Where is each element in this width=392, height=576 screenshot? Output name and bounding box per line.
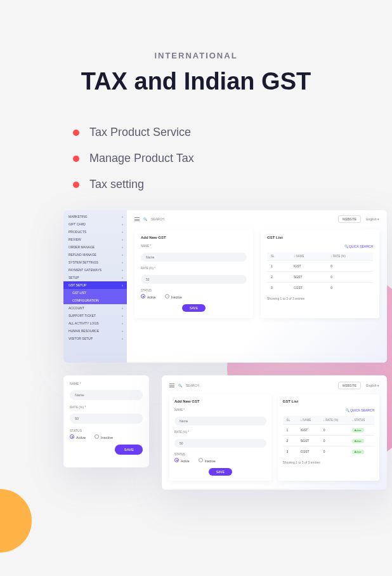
sidebar-item[interactable]: GIFT CARD› xyxy=(63,220,127,228)
menu-icon[interactable] xyxy=(169,384,174,387)
name-label: NAME * xyxy=(141,244,247,248)
col-rate[interactable]: ↓ RATE (%) xyxy=(327,252,373,261)
sidebar-item[interactable]: ORDER MANAGE› xyxy=(63,243,127,251)
feature-item: Tax Product Service xyxy=(73,126,360,139)
status-badge: Active xyxy=(352,439,364,443)
rate-input[interactable] xyxy=(141,275,247,284)
search-label[interactable]: SEARCH xyxy=(186,384,199,387)
save-button[interactable]: SAVE xyxy=(182,304,206,312)
sidebar-item[interactable]: ALL ACTIVITY LOGS› xyxy=(63,319,127,327)
radio-inactive[interactable]: Inactive xyxy=(199,458,216,463)
rate-label: RATE (%) * xyxy=(174,431,266,434)
sidebar-item[interactable]: ACCOUNT› xyxy=(63,304,127,312)
feature-item: Tax setting xyxy=(73,178,360,191)
radio-icon xyxy=(95,434,99,439)
radio-icon xyxy=(70,434,74,439)
chevron-icon: › xyxy=(122,238,123,241)
sidebar-item[interactable]: VISITOR SETUP› xyxy=(63,335,127,342)
feature-list: Tax Product Service Manage Product Tax T… xyxy=(32,126,360,191)
radio-active[interactable]: Active xyxy=(174,458,190,463)
rate-input[interactable] xyxy=(174,439,266,448)
col-rate[interactable]: ↓ RATE (%) xyxy=(320,416,348,425)
feature-item: Manage Product Tax xyxy=(73,152,360,165)
chevron-icon: › xyxy=(122,276,123,279)
status-badge: Active xyxy=(352,450,364,454)
table-row[interactable]: 1IGST0 xyxy=(267,261,373,272)
topbar: 🔍 SEARCH WEBSITE English ▾ xyxy=(169,382,379,389)
name-input[interactable] xyxy=(141,253,247,262)
table-row[interactable]: 3CGST0Active xyxy=(283,446,375,457)
radio-icon xyxy=(174,458,179,462)
gst-list-card: GST List 🔍 QUICK SEARCH SL ↓ NAME ↓ RATE… xyxy=(278,394,380,481)
col-name[interactable]: ↓ NAME xyxy=(297,416,320,425)
radio-active[interactable]: Active xyxy=(70,434,86,439)
name-input[interactable] xyxy=(70,390,143,400)
card-title: GST List xyxy=(283,399,375,403)
chevron-icon: › xyxy=(122,306,123,310)
bullet-icon xyxy=(73,156,79,162)
card-title: GST List xyxy=(267,236,373,239)
website-button[interactable]: WEBSITE xyxy=(338,382,362,389)
card-title: Add New GST xyxy=(174,399,266,403)
chevron-icon: › xyxy=(122,245,123,249)
name-input[interactable] xyxy=(174,417,266,425)
sidebar-subitem-gst-list[interactable]: GST LIST xyxy=(63,289,127,297)
feature-text: Tax Product Service xyxy=(89,126,191,139)
chevron-icon: › xyxy=(122,260,123,264)
table-row[interactable]: 2SGST0Active xyxy=(283,436,375,446)
sidebar-item-gst-setup[interactable]: GST SETUP› xyxy=(63,281,127,289)
sidebar-item[interactable]: REVIEW› xyxy=(63,236,127,243)
sidebar-item[interactable]: MARKETING› xyxy=(63,213,127,220)
gst-table: SL ↓ NAME ↓ RATE (%) 1IGST0 2SGST0 3CGST… xyxy=(267,252,373,293)
sidebar-item[interactable]: SETUP› xyxy=(63,274,127,281)
col-status[interactable]: ↓ STATUS xyxy=(348,416,374,425)
chevron-icon: › xyxy=(122,268,123,272)
showing-text: Showing 1 to 3 of 3 entries xyxy=(267,297,373,300)
sidebar-item[interactable]: HUMAN RESOURCE› xyxy=(63,327,127,335)
search-icon[interactable]: 🔍 xyxy=(143,217,147,221)
language-selector[interactable]: English ▾ xyxy=(366,217,379,221)
sidebar: MARKETING› GIFT CARD› PRODUCTS› REVIEW› … xyxy=(63,210,127,363)
col-sl[interactable]: SL xyxy=(267,252,290,261)
sidebar-item[interactable]: PRODUCTS› xyxy=(63,228,127,236)
chevron-icon: › xyxy=(122,222,123,226)
language-selector[interactable]: English ▾ xyxy=(366,384,379,387)
rate-label: RATE (%) * xyxy=(141,267,247,270)
headline: TAX and Indian GST xyxy=(32,68,360,95)
kicker: INTERNATIONAL xyxy=(32,51,360,60)
name-label: NAME * xyxy=(174,408,266,412)
website-button[interactable]: WEBSITE xyxy=(338,215,362,223)
radio-icon xyxy=(141,294,145,298)
col-sl[interactable]: SL xyxy=(283,416,297,425)
gst-list-card: GST List 🔍 QUICK SEARCH SL ↓ NAME ↓ RATE… xyxy=(261,229,379,318)
rate-input[interactable] xyxy=(70,413,143,424)
table-row[interactable]: 2SGST0 xyxy=(267,272,373,283)
chevron-icon: › xyxy=(122,215,123,218)
sidebar-item[interactable]: SUPPORT TICKET› xyxy=(63,312,127,319)
status-label: STATUS xyxy=(70,429,143,432)
col-name[interactable]: ↓ NAME xyxy=(290,252,327,261)
radio-active[interactable]: Active xyxy=(141,294,156,299)
screenshot-panel-secondary: 🔍 SEARCH WEBSITE English ▾ Add New GST N… xyxy=(162,375,387,490)
table-row[interactable]: 3CGST0 xyxy=(267,283,373,293)
quick-search-link[interactable]: 🔍 QUICK SEARCH xyxy=(267,244,373,248)
add-gst-card: Add New GST NAME * RATE (%) * STATUS Act… xyxy=(169,394,271,481)
feature-text: Tax setting xyxy=(89,178,144,191)
sidebar-item[interactable]: REFUND MANAGE› xyxy=(63,251,127,258)
status-badge: Active xyxy=(352,428,364,432)
menu-icon[interactable] xyxy=(134,217,140,221)
gst-table: SL ↓ NAME ↓ RATE (%) ↓ STATUS 1IGST0Acti… xyxy=(283,416,375,457)
showing-text: Showing 1 to 3 of 3 entries xyxy=(283,460,375,464)
chevron-icon: › xyxy=(122,321,123,325)
radio-inactive[interactable]: Inactive xyxy=(95,434,113,439)
table-row[interactable]: 1IGST0Active xyxy=(283,425,375,436)
radio-inactive[interactable]: Inactive xyxy=(165,294,182,299)
save-button[interactable]: SAVE xyxy=(115,445,143,455)
sidebar-item[interactable]: PAYMENT GATEWAYS› xyxy=(63,266,127,274)
quick-search-link[interactable]: 🔍 QUICK SEARCH xyxy=(283,408,375,412)
search-label[interactable]: SEARCH xyxy=(151,217,164,221)
sidebar-subitem-configuration[interactable]: CONFIGURATION xyxy=(63,297,127,304)
search-icon[interactable]: 🔍 xyxy=(178,384,182,387)
sidebar-item[interactable]: SYSTEM SETTINGS› xyxy=(63,258,127,266)
save-button[interactable]: SAVE xyxy=(209,468,232,476)
